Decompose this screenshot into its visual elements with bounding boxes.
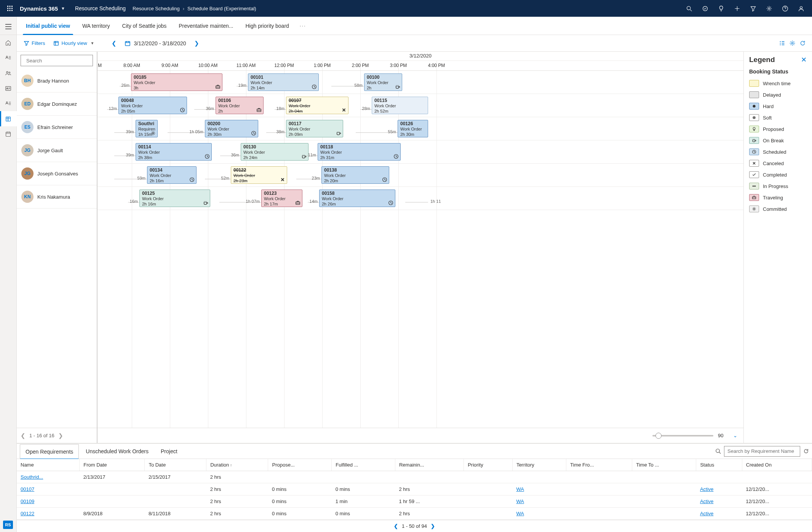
product-switcher[interactable]: Dynamics 365 ▼: [20, 5, 65, 12]
grid-prev-icon[interactable]: ❮: [394, 523, 398, 529]
status-link[interactable]: Active: [700, 511, 713, 516]
people-card-icon[interactable]: [0, 81, 17, 96]
collapse-legend-icon[interactable]: ⌄: [733, 433, 737, 438]
status-link[interactable]: Active: [700, 499, 713, 504]
column-header[interactable]: Duration↑: [206, 459, 268, 471]
column-header[interactable]: Created On: [742, 459, 812, 471]
lightbulb-icon[interactable]: [713, 0, 729, 17]
home-icon[interactable]: [0, 35, 17, 50]
name-link[interactable]: Southrid...: [21, 474, 43, 480]
column-header[interactable]: Status: [696, 459, 742, 471]
booking-card[interactable]: 00130Work Order2h 24m: [241, 143, 308, 161]
table-row[interactable]: Southrid...2/13/20172/15/20172 hrs: [17, 471, 812, 483]
resource-row[interactable]: KNKris Nakamura: [17, 185, 97, 209]
name-link[interactable]: 00122: [21, 511, 34, 516]
booking-card[interactable]: 00107Work Order2h 04m: [286, 97, 348, 114]
next-period-button[interactable]: ❯: [191, 37, 203, 49]
name-link[interactable]: 00107: [21, 486, 34, 492]
app-launcher-icon[interactable]: [3, 2, 17, 15]
tab-project[interactable]: Project: [155, 444, 183, 459]
table-row[interactable]: 001072 hrs0 mins0 mins2 hrsWAActive12/12…: [17, 483, 812, 495]
booking-card[interactable]: 00123Work Order2h 17m: [261, 190, 302, 207]
resource-search[interactable]: [21, 55, 93, 66]
search-icon[interactable]: [681, 0, 697, 17]
tab-city-of-seattle[interactable]: City of Seattle jobs: [116, 17, 173, 35]
resource-row[interactable]: JGJorge Gault: [17, 139, 97, 162]
tab-preventative[interactable]: Preventative mainten...: [173, 17, 239, 35]
next-page-icon[interactable]: ❯: [58, 432, 63, 439]
help-icon[interactable]: [777, 0, 793, 17]
list-icon[interactable]: [0, 96, 17, 111]
filter-icon[interactable]: [745, 0, 761, 17]
task-icon[interactable]: [697, 0, 713, 17]
booking-card[interactable]: 00138Work Order2h 20m: [321, 166, 389, 184]
booking-card[interactable]: 00134Work Order2h 16m: [147, 166, 197, 184]
filters-button[interactable]: Filters: [21, 37, 48, 49]
column-header[interactable]: To Date: [145, 459, 206, 471]
refresh-grid-icon[interactable]: [803, 448, 809, 454]
column-header[interactable]: Remainin...: [395, 459, 464, 471]
column-header[interactable]: Name: [17, 459, 80, 471]
booking-card[interactable]: 00100Work Order2h: [364, 73, 402, 91]
tab-initial-public-view[interactable]: Initial public view: [20, 17, 76, 35]
settings-icon[interactable]: [761, 0, 777, 17]
tab-high-priority[interactable]: High priority board: [239, 17, 295, 35]
list-view-icon[interactable]: [779, 40, 785, 46]
breadcrumb-item[interactable]: Schedule Board (Experimental): [187, 6, 256, 11]
search-input[interactable]: [26, 58, 90, 64]
tab-wa-territory[interactable]: WA territory: [76, 17, 116, 35]
close-legend-icon[interactable]: ✕: [801, 56, 807, 64]
resource-row[interactable]: ESEfrain Schreiner: [17, 116, 97, 139]
column-header[interactable]: Time To ...: [632, 459, 696, 471]
more-tabs-icon[interactable]: ···: [295, 23, 311, 29]
user-icon[interactable]: [793, 0, 809, 17]
column-header[interactable]: Priority: [464, 459, 513, 471]
territory-link[interactable]: WA: [516, 511, 524, 516]
column-header[interactable]: Fulfilled ...: [332, 459, 395, 471]
hamburger-icon[interactable]: [0, 18, 17, 35]
column-header[interactable]: Territory: [512, 459, 566, 471]
grid-next-icon[interactable]: ❯: [431, 523, 435, 529]
resource-row[interactable]: BHBrady Hannon: [17, 69, 97, 92]
view-mode-button[interactable]: Hourly view ▼: [50, 37, 97, 49]
breadcrumb-item[interactable]: Resource Scheduling: [133, 6, 180, 11]
people-icon[interactable]: [0, 65, 17, 81]
table-row[interactable]: 001228/9/20188/11/20182 hrs0 mins0 mins2…: [17, 508, 812, 520]
table-row[interactable]: 001092 hrs0 mins1 min1 hr 59 ...WAActive…: [17, 495, 812, 508]
booking-card[interactable]: 00200Work Order2h 30m: [205, 120, 258, 137]
booking-card[interactable]: 00118Work Order2h 31m: [318, 143, 401, 161]
status-link[interactable]: Active: [700, 486, 713, 492]
requirement-search-input[interactable]: [724, 446, 800, 457]
search-icon[interactable]: [715, 448, 721, 454]
name-link[interactable]: 00109: [21, 499, 34, 504]
booking-card[interactable]: 00117Work Order2h 09m: [286, 120, 343, 137]
booking-card[interactable]: 00185Work Order3h: [131, 73, 222, 91]
territory-link[interactable]: WA: [516, 499, 524, 504]
column-header[interactable]: From Date: [80, 459, 145, 471]
column-header[interactable]: Propose...: [268, 459, 332, 471]
resource-row[interactable]: EDEdgar Dominquez: [17, 92, 97, 116]
booking-card[interactable]: 00101Work Order2h 14m: [248, 73, 319, 91]
refresh-icon[interactable]: [799, 40, 806, 46]
booking-card[interactable]: 00125Work Order2h 16m: [139, 190, 210, 207]
resource-row[interactable]: JGJoseph Gonsalves: [17, 162, 97, 185]
booking-card[interactable]: SouthriRequiren1h 15m: [136, 120, 158, 137]
territory-link[interactable]: WA: [516, 486, 524, 492]
calendar-icon[interactable]: [0, 126, 17, 142]
board-settings-icon[interactable]: [789, 40, 796, 46]
date-range-picker[interactable]: 3/12/2020 - 3/18/2020: [122, 40, 188, 46]
booking-card[interactable]: 00115Work Order2h 52m: [372, 97, 428, 114]
booking-card[interactable]: 00106Work Order2h: [216, 97, 264, 114]
tab-unscheduled-wo[interactable]: Unscheduled Work Orders: [80, 444, 154, 459]
people-list-icon[interactable]: [0, 50, 17, 65]
booking-card[interactable]: 00126Work Order2h 30m: [398, 120, 428, 137]
booking-card[interactable]: 00158Work Order2h 26m: [319, 190, 395, 207]
zoom-slider[interactable]: [652, 435, 713, 436]
prev-period-button[interactable]: ❮: [108, 37, 120, 49]
booking-card[interactable]: 00122Work Order2h 23m: [231, 166, 287, 184]
prev-page-icon[interactable]: ❮: [21, 432, 26, 439]
tab-open-requirements[interactable]: Open Requirements: [20, 444, 79, 459]
booking-card[interactable]: 00114Work Order2h 38m: [136, 143, 212, 161]
column-header[interactable]: Time Fro...: [566, 459, 632, 471]
booking-card[interactable]: 00048Work Order2h 05m: [118, 97, 187, 114]
